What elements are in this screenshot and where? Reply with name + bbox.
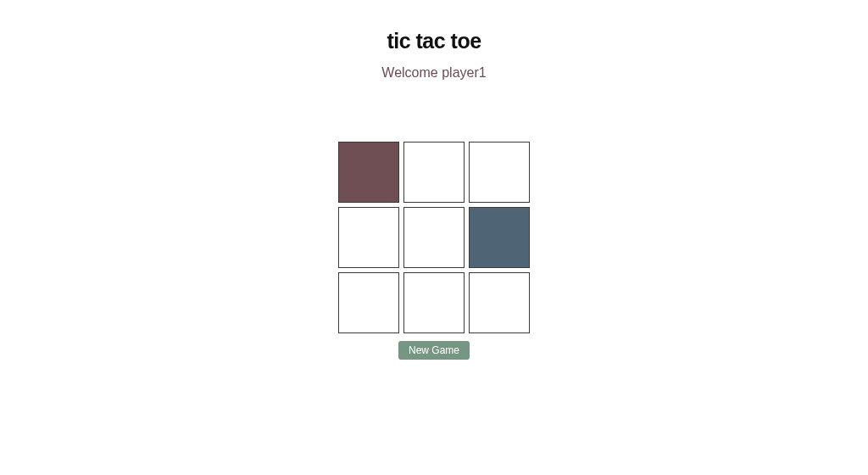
cell-1-0[interactable] — [338, 207, 399, 268]
cell-0-1[interactable] — [403, 142, 465, 203]
page-title: tic tac toe — [387, 29, 481, 53]
cell-1-1[interactable] — [403, 207, 465, 268]
cell-2-0[interactable] — [338, 272, 399, 333]
game-board — [338, 142, 530, 333]
cell-2-1[interactable] — [403, 272, 465, 333]
new-game-button[interactable]: New Game — [398, 341, 470, 360]
cell-0-2[interactable] — [469, 142, 530, 203]
cell-2-2[interactable] — [469, 272, 530, 333]
welcome-message: Welcome player1 — [381, 65, 486, 81]
cell-0-0[interactable] — [338, 142, 399, 203]
cell-1-2[interactable] — [469, 207, 530, 268]
